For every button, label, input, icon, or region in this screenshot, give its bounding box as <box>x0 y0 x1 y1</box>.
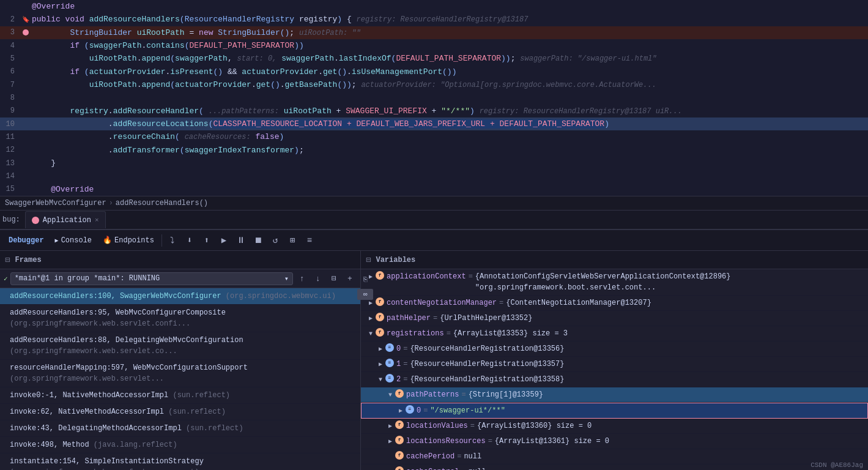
expand-locationsResources[interactable]: ▶ <box>385 436 395 447</box>
code-line-6: 6 if (actuatorProvider.isPresent() && ac… <box>0 65 868 78</box>
var-pathHelper[interactable]: ▶ f pathHelper = {UrlPathHelper@13352} <box>361 311 868 326</box>
tab-close-button[interactable]: × <box>95 217 99 224</box>
var-contentNegotiationManager[interactable]: ▶ f contentNegotiationManager = {Content… <box>361 296 868 311</box>
rerun-btn[interactable]: ↺ <box>267 233 283 248</box>
code-line-12: 12 .addTransformer(swaggerIndexTransform… <box>0 144 868 157</box>
var-icon-reg-1: ≡ <box>385 359 394 367</box>
frame-item-4[interactable]: invoke0:-1, NativeMethodAccessorImpl (su… <box>0 387 360 404</box>
no-expand-cacheControl <box>385 466 395 470</box>
vars-panel: ⊟ Variables ▶ f applicationContext = {An… <box>361 251 868 470</box>
console-icon: ▶ <box>55 237 59 244</box>
frame-method-7: invoke:498, Method (java.lang.reflect) <box>10 439 355 450</box>
code-line-3: 3 StringBuilder uiRootPath = new StringB… <box>0 26 868 39</box>
code-line-8: 8 <box>0 91 868 104</box>
frame-item-2[interactable]: addResourceHandlers:88, DelegatingWebMvc… <box>0 332 360 360</box>
frame-method-6: invoke:43, DelegatingMethodAccessorImpl … <box>10 423 355 434</box>
vars-panel-title: Variables <box>376 256 415 264</box>
frame-item-8[interactable]: instantiate:154, SimpleInstantiationStra… <box>0 453 360 470</box>
step-into-btn[interactable]: ⬇ <box>182 233 198 248</box>
frame-method-5: invoke:62, NativeMethodAccessorImpl (sun… <box>10 406 355 417</box>
debugger-label: Debugger <box>9 236 44 245</box>
application-tab[interactable]: Application × <box>25 211 106 228</box>
step-over-btn[interactable]: ⤵ <box>165 233 180 248</box>
code-line-15: 15 @Override <box>0 183 868 196</box>
frame-item-7[interactable]: invoke:498, Method (java.lang.reflect) <box>0 437 360 453</box>
var-cachePeriod[interactable]: f cachePeriod = null <box>361 449 868 464</box>
pause-btn[interactable]: ⏸ <box>233 233 249 248</box>
vars-panel-header: ⊟ Variables <box>361 251 868 269</box>
var-applicationContext[interactable]: ▶ f applicationContext = {AnnotationConf… <box>361 269 868 296</box>
expand-registration-1[interactable]: ▶ <box>376 359 385 370</box>
expand-pathPatterns[interactable]: ▼ <box>385 389 395 400</box>
tab-bar: bug: Application × <box>0 211 868 230</box>
debug-label: bug: <box>2 215 20 224</box>
status-text: CSDN @AE86Jag <box>811 461 863 469</box>
var-registration-1[interactable]: ▶ ≡ 1 = {ResourceHandlerRegistration@133… <box>361 357 868 372</box>
copy-btn[interactable]: ⎘ <box>357 272 373 288</box>
list-view-btn[interactable]: ≡ <box>302 233 317 248</box>
var-icon-reg-0: ≡ <box>385 343 394 352</box>
infinity-btn[interactable]: ∞ <box>357 289 373 300</box>
code-editor: @Override 2 🔖 public void addResourceHan… <box>0 0 868 196</box>
var-registration-2[interactable]: ▼ ≡ 2 = {ResourceHandlerRegistration@133… <box>361 372 868 387</box>
breadcrumb-class: SwaggerWebMvcConfigurer <box>5 199 106 207</box>
pin-icon: ⊟ <box>5 255 10 265</box>
expand-pathPattern-0[interactable]: ▶ <box>396 405 406 416</box>
breakpoint-dot <box>23 29 29 35</box>
thread-add-btn[interactable]: + <box>343 272 357 285</box>
frame-item-3[interactable]: resourceHandlerMapping:597, WebMvcConfig… <box>0 360 360 387</box>
expand-pathHelper[interactable]: ▶ <box>366 313 376 324</box>
thread-down-btn[interactable]: ↓ <box>311 272 325 285</box>
var-locationValues[interactable]: ▶ f locationValues = {ArrayList@13360} s… <box>361 419 868 434</box>
thread-filter-btn[interactable]: ⊟ <box>327 272 341 285</box>
thread-up-btn[interactable]: ↑ <box>295 272 309 285</box>
resume-btn[interactable]: ▶ <box>216 233 232 248</box>
frame-item-1[interactable]: addResourceHandlers:95, WebMvcConfigurer… <box>0 305 360 332</box>
expand-registration-0[interactable]: ▶ <box>376 343 385 354</box>
var-pathPattern-0[interactable]: ▶ ≡ 0 = "/swagger-ui*/**" <box>361 403 868 419</box>
stop-btn[interactable]: ⏹ <box>250 233 266 248</box>
frame-item-0[interactable]: addResourceHandlers:100, SwaggerWebMvcCo… <box>0 288 360 305</box>
code-line-9: 9 registry.addResourceHandler( ...pathPa… <box>0 105 868 118</box>
var-locationsResources[interactable]: ▶ f locationsResources = {ArrayList@1336… <box>361 434 868 449</box>
step-out-btn[interactable]: ⬆ <box>199 233 215 248</box>
breadcrumb: SwaggerWebMvcConfigurer › addResourceHan… <box>0 196 868 211</box>
endpoints-label: Endpoints <box>114 236 154 245</box>
tab-name: Application <box>43 216 91 225</box>
code-line-7: 7 uiRootPath.append(actuatorProvider.get… <box>0 78 868 91</box>
var-icon-reg-2: ≡ <box>385 374 394 382</box>
var-registrations[interactable]: ▼ f registrations = {ArrayList@13353} si… <box>361 326 868 341</box>
thread-selector: ✓ *main*@1 in group *main*: RUNNING ▾ ↑ … <box>0 269 360 288</box>
thread-dropdown[interactable]: *main*@1 in group *main*: RUNNING ▾ <box>10 272 293 285</box>
endpoints-btn[interactable]: 🔥 Endpoints <box>98 234 159 247</box>
code-line-5: 5 uiRootPath.append(swaggerPath, start: … <box>0 52 868 65</box>
debug-main: ⊟ Frames ✓ *main*@1 in group *main*: RUN… <box>0 251 868 470</box>
var-icon-pathPatterns: f <box>395 389 404 398</box>
frame-item-6[interactable]: invoke:43, DelegatingMethodAccessorImpl … <box>0 420 360 437</box>
var-pathPatterns[interactable]: ▼ f pathPatterns = {String[1]@13359} <box>361 387 868 403</box>
expand-locationValues[interactable]: ▶ <box>385 420 395 431</box>
var-icon-registrations: f <box>376 328 384 337</box>
chevron-down-icon: ▾ <box>284 274 289 283</box>
expand-registration-2[interactable]: ▼ <box>376 374 385 385</box>
frame-method-1: addResourceHandlers:95, WebMvcConfigurer… <box>10 307 355 329</box>
breadcrumb-method: addResourceHandlers() <box>116 199 208 207</box>
thread-status: ✓ <box>4 275 8 283</box>
expand-registrations[interactable]: ▼ <box>366 328 376 339</box>
code-line-override-top: @Override <box>0 0 868 13</box>
var-icon-applicationContext: f <box>376 271 384 280</box>
table-view-btn[interactable]: ⊞ <box>284 233 300 248</box>
console-btn[interactable]: ▶ Console <box>50 234 97 247</box>
var-registration-0[interactable]: ▶ ≡ 0 = {ResourceHandlerRegistration@133… <box>361 341 868 357</box>
console-label: Console <box>61 236 92 245</box>
var-list: ▶ f applicationContext = {AnnotationConf… <box>361 269 868 470</box>
frame-item-5[interactable]: invoke:62, NativeMethodAccessorImpl (sun… <box>0 404 360 420</box>
no-expand-cachePeriod <box>385 451 395 462</box>
debugger-btn[interactable]: Debugger <box>4 234 49 247</box>
app-icon <box>32 217 39 224</box>
code-line-2: 2 🔖 public void addResourceHandlers(Reso… <box>0 13 868 26</box>
var-cacheControl[interactable]: f cacheControl = null <box>361 464 868 470</box>
frame-list: addResourceHandlers:100, SwaggerWebMvcCo… <box>0 288 360 470</box>
code-line-11: 11 .resourceChain( cacheResources: false… <box>0 130 868 143</box>
bookmark-icon: 🔖 <box>22 16 29 23</box>
